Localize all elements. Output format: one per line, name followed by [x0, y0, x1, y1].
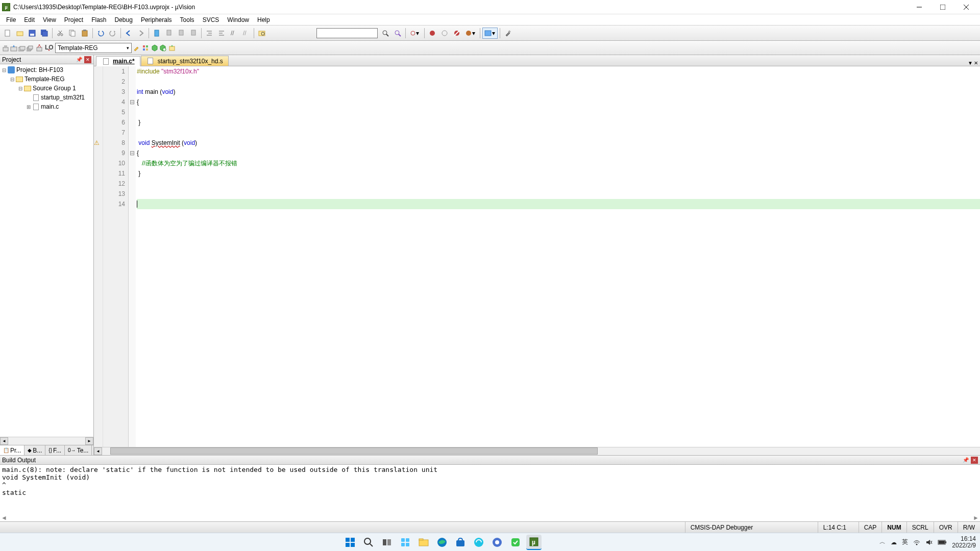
code-line[interactable]	[137, 179, 980, 189]
panel-tab-project[interactable]: 📋Pr...	[0, 445, 24, 455]
code-line[interactable]: }	[137, 168, 980, 179]
widgets-button[interactable]	[398, 535, 413, 550]
comment-button[interactable]: //	[228, 28, 239, 39]
menu-svcs[interactable]: SVCS	[199, 15, 224, 24]
system-tray[interactable]: ︿ ☁ 英 16:14 2022/2/9	[879, 536, 976, 549]
menu-file[interactable]: File	[2, 15, 20, 24]
margin-marker[interactable]	[94, 87, 103, 97]
margin-marker[interactable]	[94, 179, 103, 189]
margin-marker[interactable]	[94, 189, 103, 199]
code-line[interactable]: {	[137, 148, 980, 158]
search-button[interactable]	[361, 535, 376, 550]
select-packs-button[interactable]	[159, 44, 166, 52]
scroll-track[interactable]	[8, 437, 85, 445]
nav-back-button[interactable]	[123, 28, 134, 39]
code-line[interactable]	[137, 128, 980, 138]
unindent-button[interactable]	[216, 28, 227, 39]
batch-build-button[interactable]	[27, 44, 34, 52]
menu-project[interactable]: Project	[60, 15, 87, 24]
save-all-button[interactable]	[39, 28, 50, 39]
target-selector[interactable]: Template-REG▾	[55, 43, 132, 53]
minimize-button[interactable]	[908, 0, 931, 14]
code-editor[interactable]: ⚠ 1234567891011121314 ⊟⊟ #include "stm32…	[94, 66, 980, 447]
edge-icon[interactable]	[434, 535, 450, 550]
code-line[interactable]	[137, 77, 980, 87]
panel-close-button[interactable]: ✕	[971, 457, 978, 464]
battery-icon[interactable]	[938, 539, 947, 545]
margin-marker[interactable]	[94, 199, 103, 209]
bookmark-prev-button[interactable]	[163, 28, 175, 39]
app-icon-1[interactable]	[471, 535, 486, 550]
panel-hscroll[interactable]: ◄ ►	[0, 437, 93, 445]
breakpoint-disable-button[interactable]	[451, 28, 462, 39]
tree-target[interactable]: ⊟ Template-REG	[1, 74, 92, 84]
window-tile-button[interactable]: ▾	[482, 28, 498, 39]
uvision-taskbar-icon[interactable]: µ	[526, 535, 542, 550]
stop-build-button[interactable]: X	[36, 44, 43, 52]
code-line[interactable]	[137, 199, 980, 209]
editor-tab-startup[interactable]: startup_stm32f10x_hd.s	[141, 56, 229, 66]
code-line[interactable]: void SystemInit (void)	[137, 138, 980, 148]
find-in-files-button[interactable]	[256, 28, 267, 39]
code-line[interactable]	[137, 189, 980, 199]
code-line[interactable]: }	[137, 117, 980, 128]
maximize-button[interactable]	[931, 0, 954, 14]
scroll-left-button[interactable]: ◄	[94, 447, 102, 455]
code-line[interactable]: //函数体为空为了骗过编译器不报错	[137, 158, 980, 168]
download-button[interactable]: LOAD	[45, 44, 53, 52]
tab-dropdown-button[interactable]: ▼	[968, 60, 973, 66]
panel-tab-functions[interactable]: {}F...	[45, 445, 65, 455]
breakpoint-insert-button[interactable]	[427, 28, 438, 39]
build-hscroll[interactable]: ◄►	[0, 514, 980, 521]
expand-icon[interactable]: ⊟	[1, 67, 7, 73]
breakpoint-kill-button[interactable]: ▾	[463, 28, 478, 39]
build-output-text[interactable]: main.c(8): note: declare 'static' if the…	[0, 465, 980, 514]
menu-view[interactable]: View	[39, 15, 60, 24]
tree-file[interactable]: startup_stm32f1	[1, 93, 92, 102]
scroll-right-button[interactable]: ►	[85, 437, 93, 445]
margin-marker[interactable]	[94, 107, 103, 117]
save-button[interactable]	[27, 28, 38, 39]
margin-marker[interactable]	[94, 158, 103, 168]
panel-close-button[interactable]: ✕	[84, 56, 91, 63]
copy-button[interactable]	[67, 28, 78, 39]
translate-button[interactable]	[2, 44, 9, 52]
app-icon-2[interactable]	[489, 535, 505, 550]
debug-printf-button[interactable]: ▾	[408, 28, 422, 39]
pin-icon[interactable]: 📌	[75, 57, 83, 62]
ime-indicator[interactable]: 英	[902, 538, 908, 546]
nav-forward-button[interactable]	[135, 28, 146, 39]
find-button[interactable]	[380, 28, 391, 39]
cut-button[interactable]	[55, 28, 66, 39]
tree-project-root[interactable]: ⊟ Project: BH-F103	[1, 65, 92, 74]
tray-chevron-icon[interactable]: ︿	[879, 538, 886, 546]
margin-marker[interactable]	[94, 77, 103, 87]
code-line[interactable]: {	[137, 97, 980, 107]
expand-icon[interactable]: ⊞	[26, 104, 32, 110]
undo-button[interactable]	[95, 28, 106, 39]
file-extensions-button[interactable]	[142, 44, 149, 52]
clock[interactable]: 16:14 2022/2/9	[952, 536, 976, 549]
expand-icon[interactable]: ⊟	[17, 86, 23, 91]
wifi-icon[interactable]	[913, 539, 920, 546]
bookmark-clear-button[interactable]	[188, 28, 199, 39]
expand-icon[interactable]: ⊟	[9, 77, 15, 82]
bookmark-toggle-button[interactable]	[151, 28, 162, 39]
start-button[interactable]	[342, 535, 358, 550]
margin-marker[interactable]	[94, 168, 103, 179]
explorer-icon[interactable]	[416, 535, 431, 550]
pack-installer-button[interactable]	[168, 44, 176, 52]
editor-hscroll[interactable]: ◄	[94, 447, 980, 455]
project-tree[interactable]: ⊟ Project: BH-F103 ⊟ Template-REG ⊟ Sour…	[0, 64, 93, 437]
rebuild-button[interactable]	[18, 44, 26, 52]
code-line[interactable]: #include "stm32f10x.h"	[137, 66, 980, 77]
configure-button[interactable]	[502, 28, 513, 39]
menu-help[interactable]: Help	[253, 15, 274, 24]
code-line[interactable]	[137, 107, 980, 117]
find-combo[interactable]	[316, 28, 378, 38]
margin-marker[interactable]	[94, 97, 103, 107]
paste-button[interactable]	[79, 28, 90, 39]
menu-peripherals[interactable]: Peripherals	[137, 15, 176, 24]
tab-close-button[interactable]: ✕	[974, 60, 978, 66]
margin-marker[interactable]	[94, 66, 103, 77]
